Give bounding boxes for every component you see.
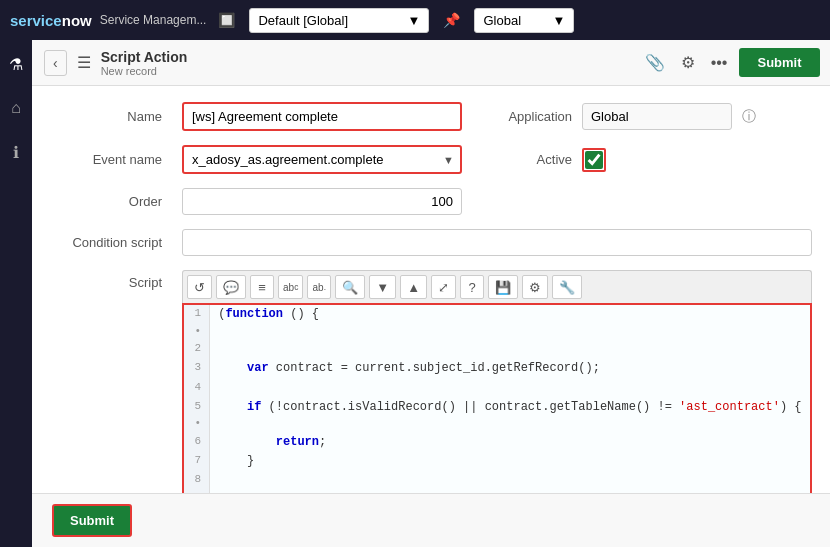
record-title-sub: New record bbox=[101, 65, 188, 77]
toolbar-search-replace-btn[interactable]: abc bbox=[278, 275, 303, 299]
name-label: Name bbox=[52, 109, 162, 124]
active-checkbox[interactable] bbox=[585, 151, 603, 169]
toolbar-collapse-btn[interactable]: ▼ bbox=[369, 275, 396, 299]
sidebar-info-icon[interactable]: ℹ bbox=[0, 136, 32, 168]
logo-area: servicenow Service Managem... 🔲 bbox=[10, 8, 239, 32]
condition-row: Condition script bbox=[52, 229, 812, 256]
toolbar-fullscreen-btn[interactable]: ⤢ bbox=[431, 275, 456, 299]
name-row: Name Application ⓘ bbox=[52, 102, 812, 131]
record-title-main: Script Action bbox=[101, 49, 188, 65]
code-line-6: 6 return; bbox=[184, 433, 810, 452]
script-row: Script ↺ 💬 ≡ abc ab. 🔍 ▼ ▲ ⤢ ? 💾 bbox=[52, 270, 812, 493]
main-layout: ⚗ ⌂ ℹ ‹ ☰ Script Action New record 📎 ⚙ •… bbox=[0, 40, 830, 547]
scope-dropdown[interactable]: Global ▼ bbox=[474, 8, 574, 33]
code-line-1: 1 • (function () { bbox=[184, 305, 810, 340]
condition-script-input[interactable] bbox=[182, 229, 812, 256]
condition-script-label: Condition script bbox=[52, 235, 162, 250]
script-label: Script bbox=[52, 270, 162, 290]
info-icon[interactable]: ⓘ bbox=[742, 108, 756, 126]
order-field bbox=[182, 188, 462, 215]
event-name-label: Event name bbox=[52, 152, 162, 167]
toolbar-save-btn[interactable]: 💾 bbox=[488, 275, 518, 299]
order-row: Order bbox=[52, 188, 812, 215]
copy-icon-btn[interactable]: 🔲 bbox=[214, 8, 239, 32]
top-nav: servicenow Service Managem... 🔲 Default … bbox=[0, 0, 830, 40]
bottom-bar: Submit bbox=[32, 493, 830, 547]
name-input[interactable] bbox=[182, 102, 462, 131]
toolbar-settings-btn2[interactable]: ⚙ bbox=[522, 275, 548, 299]
code-line-2: 2 bbox=[184, 340, 810, 359]
back-button[interactable]: ‹ bbox=[44, 50, 67, 76]
condition-script-field bbox=[182, 229, 812, 256]
toolbar-format-btn[interactable]: ≡ bbox=[250, 275, 274, 299]
code-area: 1 • (function () { 2 3 var contract = cu… bbox=[184, 305, 810, 493]
more-icon-btn[interactable]: ••• bbox=[707, 50, 732, 76]
submit-button-top[interactable]: Submit bbox=[739, 48, 819, 77]
script-editor[interactable]: 1 • (function () { 2 3 var contract = cu… bbox=[182, 303, 812, 493]
application-label: Application bbox=[482, 109, 572, 124]
sub-header: ‹ ☰ Script Action New record 📎 ⚙ ••• Sub… bbox=[32, 40, 830, 86]
code-line-3: 3 var contract = current.subject_id.getR… bbox=[184, 359, 810, 378]
logo-text: servicenow bbox=[10, 12, 92, 29]
toolbar-help-btn[interactable]: ? bbox=[460, 275, 484, 299]
active-label: Active bbox=[482, 152, 572, 167]
event-name-field: x_adosy_as.agreement.complete ▼ bbox=[182, 145, 462, 174]
form-area: Name Application ⓘ Event name x_adosy_as… bbox=[32, 86, 830, 493]
toolbar-expand-btn[interactable]: ▲ bbox=[400, 275, 427, 299]
application-input[interactable] bbox=[582, 103, 732, 130]
application-group: Application ⓘ bbox=[482, 103, 756, 130]
menu-icon[interactable]: ☰ bbox=[77, 53, 91, 72]
toolbar-comment-btn[interactable]: 💬 bbox=[216, 275, 246, 299]
attach-icon-btn[interactable]: 📎 bbox=[641, 49, 669, 76]
code-line-8: 8 bbox=[184, 471, 810, 490]
sidebar-home-icon[interactable]: ⌂ bbox=[0, 92, 32, 124]
header-actions: 📎 ⚙ ••• Submit bbox=[641, 48, 820, 77]
order-input[interactable] bbox=[182, 188, 462, 215]
script-field: ↺ 💬 ≡ abc ab. 🔍 ▼ ▲ ⤢ ? 💾 ⚙ 🔧 bbox=[182, 270, 812, 493]
code-line-4: 4 bbox=[184, 379, 810, 398]
code-line-5: 5 • if (!contract.isValidRecord() || con… bbox=[184, 398, 810, 433]
toolbar-tools-btn[interactable]: 🔧 bbox=[552, 275, 582, 299]
code-line-7: 7 } bbox=[184, 452, 810, 471]
script-toolbar: ↺ 💬 ≡ abc ab. 🔍 ▼ ▲ ⤢ ? 💾 ⚙ 🔧 bbox=[182, 270, 812, 303]
event-name-select-wrapper: x_adosy_as.agreement.complete ▼ bbox=[182, 145, 462, 174]
name-field bbox=[182, 102, 462, 131]
sidebar-filter-icon[interactable]: ⚗ bbox=[0, 48, 32, 80]
toolbar-clear-btn[interactable]: ↺ bbox=[187, 275, 212, 299]
pin-icon-btn[interactable]: 📌 bbox=[439, 8, 464, 32]
content-area: ‹ ☰ Script Action New record 📎 ⚙ ••• Sub… bbox=[32, 40, 830, 547]
event-name-select[interactable]: x_adosy_as.agreement.complete bbox=[182, 145, 462, 174]
toolbar-search-btn[interactable]: ab. bbox=[307, 275, 331, 299]
record-title: Script Action New record bbox=[101, 49, 188, 77]
active-group: Active bbox=[482, 148, 606, 172]
toolbar-find-btn[interactable]: 🔍 bbox=[335, 275, 365, 299]
sidebar: ⚗ ⌂ ℹ bbox=[0, 40, 32, 547]
settings-icon-btn[interactable]: ⚙ bbox=[677, 49, 699, 76]
order-label: Order bbox=[52, 194, 162, 209]
default-global-dropdown[interactable]: Default [Global] ▼ bbox=[249, 8, 429, 33]
app-title: Service Managem... bbox=[100, 13, 207, 27]
submit-button-bottom[interactable]: Submit bbox=[52, 504, 132, 537]
event-row: Event name x_adosy_as.agreement.complete… bbox=[52, 145, 812, 174]
active-checkbox-wrapper bbox=[582, 148, 606, 172]
